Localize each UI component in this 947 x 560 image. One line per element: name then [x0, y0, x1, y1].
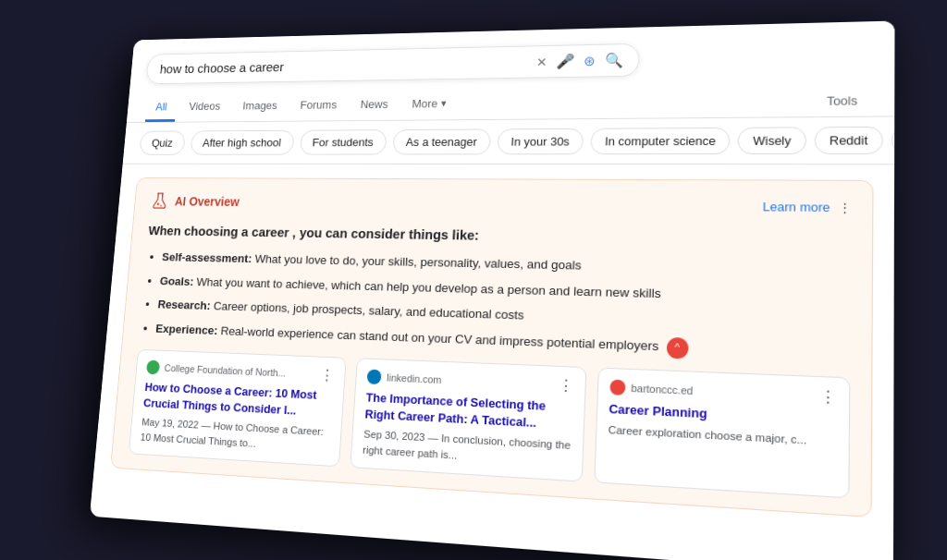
bullet-label-4: Experience:: [155, 322, 218, 337]
filter-chip[interactable]: Quiz: [139, 131, 185, 155]
ai-overview-box: AI Overview Learn more ⋮ When choosing a…: [110, 177, 873, 518]
ai-bullet-list: Self-assessment: What you love to do, yo…: [139, 248, 851, 365]
filter-chip[interactable]: In computer science: [590, 128, 731, 154]
filter-chip[interactable]: As a teenager: [392, 128, 491, 154]
more-options-icon[interactable]: ⋮: [838, 200, 852, 214]
bullet-label-1: Self-assessment:: [162, 250, 252, 265]
mic-icon[interactable]: 🎤: [556, 53, 574, 70]
tab-images[interactable]: Images: [232, 92, 289, 122]
nav-tabs: All Videos Images Forums News More ▼ Too…: [142, 84, 874, 122]
learn-more-link[interactable]: Learn more: [763, 199, 830, 213]
card-title-1[interactable]: How to Choose a Career: 10 Most Crucial …: [142, 379, 333, 420]
site-name-1: College Foundation of North...: [164, 362, 286, 378]
svg-point-0: [157, 203, 160, 206]
site-name-2: linkedin.com: [387, 372, 442, 386]
search-bar-area: how to choose a career ✕ 🎤 ⊛ 🔍 All Video…: [127, 21, 895, 124]
search-input-row: how to choose a career ✕ 🎤 ⊛ 🔍: [145, 43, 640, 84]
svg-point-1: [160, 205, 162, 207]
chevron-down-icon: ▼: [439, 99, 449, 108]
collapse-button[interactable]: ^: [666, 336, 688, 359]
favicon-3: [609, 380, 625, 396]
tab-more[interactable]: More ▼: [400, 90, 459, 120]
ai-intro-text: When choosing a career , you can conside…: [148, 221, 852, 253]
tools-button[interactable]: Tools: [815, 85, 870, 115]
filter-chip[interactable]: Reddit: [814, 127, 883, 154]
card-snippet-1: May 19, 2022 — How to Choose a Career: 1…: [140, 415, 331, 457]
main-content: AI Overview Learn more ⋮ When choosing a…: [92, 164, 894, 554]
more-dots-2[interactable]: ⋮: [558, 376, 573, 395]
ai-overview-label: AI Overview: [174, 194, 240, 208]
ai-overview-title: AI Overview: [151, 192, 240, 212]
card-title-2[interactable]: The Importance of Selecting the Right Ca…: [364, 389, 572, 433]
source-card-1: College Foundation of North... ⋮ How to …: [129, 348, 347, 467]
more-dots-1[interactable]: ⋮: [320, 366, 335, 383]
filter-chip[interactable]: For students: [299, 129, 387, 154]
bullet-label-2: Goals:: [159, 274, 194, 288]
filter-chip[interactable]: Wisely: [738, 127, 806, 154]
clear-icon[interactable]: ✕: [536, 55, 547, 68]
favicon-2: [367, 370, 382, 385]
source-site-3: bartonccc.ed: [609, 380, 694, 399]
search-icon[interactable]: 🔍: [605, 52, 624, 69]
ai-overview-header: AI Overview Learn more ⋮: [151, 192, 852, 218]
tab-news[interactable]: News: [350, 91, 400, 120]
bullet-text-4: Real-world experience can stand out on y…: [220, 323, 658, 353]
search-icons: ✕ 🎤 ⊛ 🔍: [536, 52, 624, 70]
search-input[interactable]: how to choose a career: [159, 55, 536, 76]
source-site-2: linkedin.com: [367, 370, 442, 387]
site-name-3: bartonccc.ed: [631, 383, 693, 397]
more-dots-3[interactable]: ⋮: [819, 386, 836, 406]
tab-all[interactable]: All: [145, 93, 178, 122]
lens-icon[interactable]: ⊛: [584, 53, 596, 69]
ai-overview-content: When choosing a career , you can conside…: [139, 221, 852, 365]
source-site-1: College Foundation of North...: [146, 360, 287, 381]
flask-icon: [151, 192, 170, 211]
bullet-text-2: What you want to achieve, which can help…: [196, 274, 661, 299]
ai-overview-actions: Learn more ⋮: [763, 199, 852, 213]
tab-videos[interactable]: Videos: [178, 93, 231, 122]
bullet-text-1: What you love to do, your skills, person…: [254, 252, 582, 273]
favicon-1: [146, 360, 160, 375]
source-cards: College Foundation of North... ⋮ How to …: [129, 348, 851, 499]
filter-chip[interactable]: In your 30s: [497, 128, 584, 154]
bullet-text-3: Career options, job prospects, salary, a…: [213, 299, 524, 323]
source-card-2: linkedin.com ⋮ The Importance of Selecti…: [351, 358, 587, 482]
filter-chip[interactable]: After high school: [190, 130, 294, 155]
tab-forums[interactable]: Forums: [289, 91, 348, 121]
card-snippet-2: Sep 30, 2023 — In conclusion, choosing t…: [363, 426, 572, 470]
bullet-label-3: Research:: [157, 298, 211, 312]
source-card-3: bartonccc.ed ⋮ Career Planning Career ex…: [594, 367, 851, 499]
filter-chip[interactable]: Change: [892, 126, 894, 154]
filter-chips: QuizAfter high schoolFor studentsAs a te…: [123, 116, 895, 164]
